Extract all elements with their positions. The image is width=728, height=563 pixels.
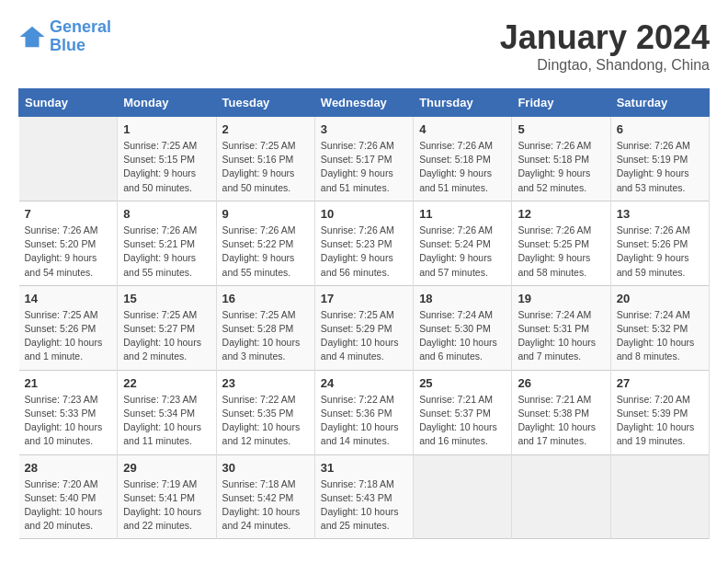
day-info: Sunrise: 7:20 AMSunset: 5:40 PMDaylight:… [25, 477, 112, 534]
day-number: 28 [25, 461, 112, 475]
table-row: 7Sunrise: 7:26 AMSunset: 5:20 PMDaylight… [19, 201, 118, 285]
calendar-week-row: 14Sunrise: 7:25 AMSunset: 5:26 PMDayligh… [19, 285, 710, 370]
day-number: 20 [617, 292, 703, 305]
day-number: 12 [518, 207, 604, 221]
day-number: 31 [321, 461, 407, 475]
day-info: Sunrise: 7:26 AMSunset: 5:23 PMDaylight:… [321, 224, 407, 280]
day-number: 4 [419, 122, 506, 136]
header-thursday: Thursday [414, 89, 512, 117]
day-info: Sunrise: 7:19 AMSunset: 5:41 PMDaylight:… [123, 477, 210, 534]
day-info: Sunrise: 7:26 AMSunset: 5:20 PMDaylight:… [25, 224, 112, 280]
day-number: 3 [321, 122, 407, 136]
day-number: 29 [123, 461, 210, 475]
table-row: 28Sunrise: 7:20 AMSunset: 5:40 PMDayligh… [19, 454, 118, 539]
table-row [19, 117, 118, 201]
day-info: Sunrise: 7:25 AMSunset: 5:26 PMDaylight:… [25, 308, 112, 364]
day-info: Sunrise: 7:25 AMSunset: 5:15 PMDaylight:… [123, 139, 210, 195]
calendar-week-row: 21Sunrise: 7:23 AMSunset: 5:33 PMDayligh… [19, 370, 710, 454]
day-info: Sunrise: 7:21 AMSunset: 5:37 PMDaylight:… [419, 393, 506, 449]
day-number: 25 [419, 376, 506, 390]
table-row: 26Sunrise: 7:21 AMSunset: 5:38 PMDayligh… [512, 370, 610, 454]
day-number: 24 [321, 376, 407, 390]
day-number: 7 [25, 207, 112, 221]
day-info: Sunrise: 7:26 AMSunset: 5:18 PMDaylight:… [518, 139, 604, 195]
table-row: 11Sunrise: 7:26 AMSunset: 5:24 PMDayligh… [414, 201, 512, 285]
day-number: 30 [222, 461, 309, 475]
table-row: 19Sunrise: 7:24 AMSunset: 5:31 PMDayligh… [512, 285, 610, 370]
day-number: 5 [518, 122, 604, 136]
day-info: Sunrise: 7:25 AMSunset: 5:28 PMDaylight:… [222, 308, 309, 364]
table-row: 15Sunrise: 7:25 AMSunset: 5:27 PMDayligh… [118, 285, 216, 370]
table-row: 29Sunrise: 7:19 AMSunset: 5:41 PMDayligh… [118, 454, 216, 539]
table-row: 8Sunrise: 7:26 AMSunset: 5:21 PMDaylight… [118, 201, 216, 285]
day-info: Sunrise: 7:22 AMSunset: 5:35 PMDaylight:… [222, 393, 309, 449]
header-wednesday: Wednesday [314, 89, 413, 117]
table-row: 16Sunrise: 7:25 AMSunset: 5:28 PMDayligh… [216, 285, 314, 370]
table-row: 27Sunrise: 7:20 AMSunset: 5:39 PMDayligh… [610, 370, 709, 454]
table-row: 21Sunrise: 7:23 AMSunset: 5:33 PMDayligh… [19, 370, 118, 454]
day-info: Sunrise: 7:25 AMSunset: 5:16 PMDaylight:… [222, 139, 309, 195]
day-number: 19 [518, 292, 604, 305]
table-row: 20Sunrise: 7:24 AMSunset: 5:32 PMDayligh… [610, 285, 709, 370]
location: Dingtao, Shandong, China [500, 57, 710, 74]
table-row [414, 454, 512, 539]
day-info: Sunrise: 7:23 AMSunset: 5:33 PMDaylight:… [25, 393, 112, 449]
day-number: 13 [617, 207, 703, 221]
table-row: 10Sunrise: 7:26 AMSunset: 5:23 PMDayligh… [314, 201, 413, 285]
logo-line2: Blue [50, 37, 111, 55]
day-number: 2 [222, 122, 309, 136]
day-info: Sunrise: 7:22 AMSunset: 5:36 PMDaylight:… [321, 393, 407, 449]
table-row: 9Sunrise: 7:26 AMSunset: 5:22 PMDaylight… [216, 201, 314, 285]
calendar-table: Sunday Monday Tuesday Wednesday Thursday… [18, 88, 710, 539]
day-info: Sunrise: 7:25 AMSunset: 5:27 PMDaylight:… [123, 308, 210, 364]
day-info: Sunrise: 7:26 AMSunset: 5:22 PMDaylight:… [222, 224, 309, 280]
day-info: Sunrise: 7:23 AMSunset: 5:34 PMDaylight:… [123, 393, 210, 449]
day-info: Sunrise: 7:21 AMSunset: 5:38 PMDaylight:… [518, 393, 604, 449]
table-row [512, 454, 610, 539]
table-row: 23Sunrise: 7:22 AMSunset: 5:35 PMDayligh… [216, 370, 314, 454]
day-info: Sunrise: 7:26 AMSunset: 5:26 PMDaylight:… [617, 224, 703, 280]
day-info: Sunrise: 7:18 AMSunset: 5:42 PMDaylight:… [222, 477, 309, 534]
calendar-week-row: 7Sunrise: 7:26 AMSunset: 5:20 PMDaylight… [19, 201, 710, 285]
table-row: 24Sunrise: 7:22 AMSunset: 5:36 PMDayligh… [314, 370, 413, 454]
month-title: January 2024 [500, 18, 710, 57]
table-row: 17Sunrise: 7:25 AMSunset: 5:29 PMDayligh… [314, 285, 413, 370]
header-tuesday: Tuesday [216, 89, 314, 117]
day-number: 23 [222, 376, 309, 390]
day-number: 15 [123, 292, 210, 305]
header-friday: Friday [512, 89, 610, 117]
calendar-week-row: 1Sunrise: 7:25 AMSunset: 5:15 PMDaylight… [19, 117, 710, 201]
day-number: 17 [321, 292, 407, 305]
day-number: 26 [518, 376, 604, 390]
title-area: January 2024 Dingtao, Shandong, China [500, 18, 710, 74]
calendar-week-row: 28Sunrise: 7:20 AMSunset: 5:40 PMDayligh… [19, 454, 710, 539]
day-number: 6 [617, 122, 703, 136]
table-row: 2Sunrise: 7:25 AMSunset: 5:16 PMDaylight… [216, 117, 314, 201]
header-sunday: Sunday [19, 89, 118, 117]
day-info: Sunrise: 7:18 AMSunset: 5:43 PMDaylight:… [321, 477, 407, 534]
day-number: 27 [617, 376, 703, 390]
day-number: 11 [419, 207, 506, 221]
day-info: Sunrise: 7:25 AMSunset: 5:29 PMDaylight:… [321, 308, 407, 364]
day-info: Sunrise: 7:24 AMSunset: 5:32 PMDaylight:… [617, 308, 703, 364]
day-number: 8 [123, 207, 210, 221]
day-number: 1 [123, 122, 210, 136]
logo-icon [18, 23, 46, 51]
table-row: 14Sunrise: 7:25 AMSunset: 5:26 PMDayligh… [19, 285, 118, 370]
day-number: 18 [419, 292, 506, 305]
table-row [610, 454, 709, 539]
table-row: 1Sunrise: 7:25 AMSunset: 5:15 PMDaylight… [118, 117, 216, 201]
table-row: 13Sunrise: 7:26 AMSunset: 5:26 PMDayligh… [610, 201, 709, 285]
table-row: 4Sunrise: 7:26 AMSunset: 5:18 PMDaylight… [414, 117, 512, 201]
day-info: Sunrise: 7:26 AMSunset: 5:17 PMDaylight:… [321, 139, 407, 195]
day-info: Sunrise: 7:20 AMSunset: 5:39 PMDaylight:… [617, 393, 703, 449]
day-info: Sunrise: 7:26 AMSunset: 5:25 PMDaylight:… [518, 224, 604, 280]
table-row: 31Sunrise: 7:18 AMSunset: 5:43 PMDayligh… [314, 454, 413, 539]
day-info: Sunrise: 7:26 AMSunset: 5:21 PMDaylight:… [123, 224, 210, 280]
page-header: General Blue January 2024 Dingtao, Shand… [18, 18, 710, 74]
day-info: Sunrise: 7:26 AMSunset: 5:18 PMDaylight:… [419, 139, 506, 195]
table-row: 3Sunrise: 7:26 AMSunset: 5:17 PMDaylight… [314, 117, 413, 201]
day-info: Sunrise: 7:26 AMSunset: 5:24 PMDaylight:… [419, 224, 506, 280]
table-row: 12Sunrise: 7:26 AMSunset: 5:25 PMDayligh… [512, 201, 610, 285]
table-row: 25Sunrise: 7:21 AMSunset: 5:37 PMDayligh… [414, 370, 512, 454]
